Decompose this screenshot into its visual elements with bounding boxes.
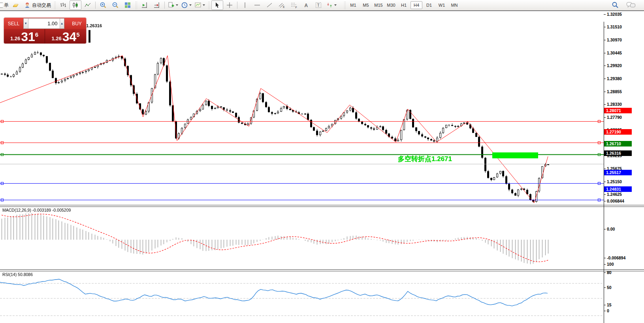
timeframe-m30-button[interactable]: M30 (385, 1, 397, 9)
pane-splitter-rsi[interactable] (0, 269, 644, 271)
turning-point-annotation[interactable]: 多空转折点1.2671 (398, 154, 452, 163)
chart-shift-icon (141, 2, 148, 9)
sell-price-prefix: 1.26 (10, 36, 20, 41)
bar-chart-button[interactable] (57, 0, 69, 10)
equidistant-channel-button[interactable]: E (276, 0, 288, 10)
autotrading-button[interactable]: 自动交易 (23, 0, 52, 10)
rsi-canvas[interactable] (0, 271, 604, 323)
sell-price-big: 31 (21, 31, 35, 43)
price-line-badge: 1.24831 (604, 186, 632, 192)
auto-scroll-icon (153, 2, 160, 9)
vertical-line-button[interactable] (239, 0, 251, 10)
tile-windows-button[interactable] (122, 0, 134, 10)
panel-resize-handle[interactable] (89, 30, 90, 43)
period-menu-button[interactable] (180, 0, 193, 10)
axis-tick-mark (604, 27, 606, 27)
timeframe-h4-button[interactable]: H4 (411, 1, 422, 9)
document-icon (0, 2, 3, 9)
axis-tick-label: 100 (607, 262, 614, 267)
channel-icon: E (278, 2, 285, 9)
zoom-out-icon (112, 2, 119, 9)
axis-tick-label: 1.31510 (607, 24, 622, 29)
new-order-partial-button[interactable]: 单 (0, 0, 10, 10)
volume-input[interactable] (28, 19, 60, 28)
svg-text:A: A (305, 3, 308, 8)
line-chart-button[interactable] (82, 0, 94, 10)
order-label: 单 (4, 2, 9, 9)
zoom-out-button[interactable] (109, 0, 121, 10)
candlestick-chart-icon (72, 2, 79, 9)
chat-button[interactable] (625, 0, 637, 10)
toolbar-grip[interactable] (208, 1, 210, 9)
timeframe-w1-button[interactable]: W1 (436, 1, 448, 9)
fibonacci-button[interactable]: F (288, 0, 300, 10)
toolbar-right-group (609, 0, 637, 10)
cursor-button[interactable] (211, 0, 223, 10)
sell-price-display[interactable]: 1.26316 (4, 29, 45, 43)
fibonacci-icon: F (290, 2, 298, 9)
arrows-button[interactable] (325, 0, 338, 10)
chart-window: ▲GBPUSD-,H4 1.26336 1.26699 1.25914 1.26… (0, 11, 644, 323)
timeframe-h1-button[interactable]: H1 (398, 1, 410, 9)
volume-increase-button[interactable]: ▲ (60, 19, 64, 28)
axis-tick-mark (604, 14, 606, 15)
indicators-menu-button[interactable] (193, 0, 206, 10)
line-chart-icon (84, 2, 91, 9)
buy-price-display[interactable]: 1.26345 (45, 29, 86, 43)
volume-stepper: ▼ ▲ (23, 18, 64, 29)
timeframe-m1-button[interactable]: M1 (347, 1, 359, 9)
toolbar-grip[interactable] (344, 1, 346, 9)
sell-price-sup: 6 (35, 31, 38, 38)
axis-tick-mark (604, 117, 606, 118)
main-chart-canvas[interactable] (0, 23, 604, 205)
axis-tick-label: 0 (607, 308, 609, 313)
sell-button[interactable]: SELL (4, 18, 23, 29)
gold-button[interactable] (10, 0, 22, 10)
indicators-icon (194, 2, 201, 9)
mt4-window: 单 自动交易 (0, 0, 644, 323)
svg-text:E: E (283, 6, 285, 8)
axis-tick-label: 1.28330 (607, 102, 622, 107)
trade-panel-top-row: SELL ▼ ▲ BUY (4, 18, 86, 29)
zoom-in-button[interactable] (97, 0, 109, 10)
horizontal-line-button[interactable] (251, 0, 263, 10)
trendline-button[interactable] (264, 0, 275, 10)
axis-tick-label: 0.006844 (607, 199, 624, 203)
search-button[interactable] (609, 0, 621, 10)
autotrading-label: 自动交易 (32, 2, 51, 9)
gold-bar-icon (13, 2, 20, 9)
timeframe-mn-button[interactable]: MN (448, 1, 460, 9)
chevron-down-icon (334, 4, 337, 6)
crosshair-button[interactable] (224, 0, 235, 10)
buy-button[interactable]: BUY (68, 18, 86, 29)
auto-scroll-button[interactable] (151, 0, 163, 10)
price-line-badge: 1.26316 (604, 150, 632, 156)
axis-tick-label: 1.25150 (607, 179, 622, 184)
zoom-in-icon (100, 2, 107, 9)
rsi-label: RSI(14) 50.8086 (2, 272, 33, 277)
chevron-down-icon (176, 4, 178, 6)
macd-canvas[interactable] (0, 207, 604, 269)
toolbar-grip[interactable] (135, 1, 137, 9)
axis-tick-mark (604, 272, 606, 273)
timeframe-m15-button[interactable]: M15 (373, 1, 384, 9)
svg-text:F: F (296, 6, 297, 9)
chat-icon (626, 1, 636, 9)
price-line-badge: 1.27190 (604, 129, 632, 135)
text-label-button[interactable]: T (313, 0, 324, 10)
pane-splitter-macd[interactable] (0, 205, 644, 207)
clock-icon (181, 2, 188, 9)
axis-tick-mark (604, 258, 606, 258)
new-order-button[interactable] (166, 0, 179, 10)
axis-tick-mark (604, 53, 606, 53)
timeframe-d1-button[interactable]: D1 (423, 1, 435, 9)
axis-tick-mark (604, 305, 606, 305)
toolbar-grip[interactable] (54, 1, 56, 9)
volume-decrease-button[interactable]: ▼ (24, 19, 28, 28)
chart-shift-button[interactable] (139, 0, 151, 10)
candlestick-chart-button[interactable] (70, 0, 81, 10)
timeframe-m5-button[interactable]: M5 (360, 1, 372, 9)
axis-tick-label: 0.00 (607, 227, 615, 231)
text-button[interactable]: A (300, 0, 312, 10)
bar-chart-icon (60, 2, 67, 9)
